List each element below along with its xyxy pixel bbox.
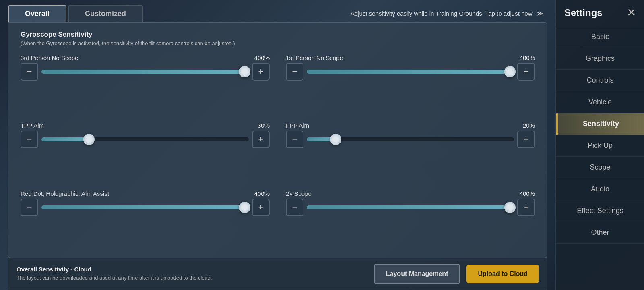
slider-minus-3rd-person-no-scope[interactable]: − bbox=[21, 63, 38, 81]
slider-minus-red-dot[interactable]: − bbox=[21, 199, 38, 216]
cloud-title: Overall Sensitivity - Cloud bbox=[17, 266, 366, 273]
sidebar-item-sensitivity[interactable]: Sensitivity bbox=[556, 113, 644, 135]
training-notice[interactable]: Adjust sensitivity easily while in Train… bbox=[351, 10, 547, 17]
slider-label-3rd-person-no-scope: 3rd Person No Scope bbox=[21, 54, 78, 61]
cloud-text: Overall Sensitivity - Cloud The layout c… bbox=[17, 266, 366, 282]
sidebar-item-vehicle[interactable]: Vehicle bbox=[556, 91, 644, 113]
slider-minus-1st-person-no-scope[interactable]: − bbox=[286, 63, 303, 81]
slider-label-fpp-aim: FPP Aim bbox=[286, 122, 309, 129]
slider-value-fpp-aim: 20% bbox=[523, 122, 535, 129]
slider-plus-2x-scope[interactable]: + bbox=[517, 199, 535, 216]
slider-thumb-2x-scope[interactable] bbox=[504, 202, 516, 213]
slider-group-3rd-person-no-scope: 3rd Person No Scope400%−+ bbox=[21, 54, 270, 114]
gyro-desc: (When the Gyroscope is activated, the se… bbox=[21, 40, 535, 46]
sidebar-item-other[interactable]: Other bbox=[556, 222, 644, 244]
slider-plus-tpp-aim[interactable]: + bbox=[252, 130, 270, 148]
slider-plus-3rd-person-no-scope[interactable]: + bbox=[252, 63, 270, 81]
main-content: Overall Customized Adjust sensitivity ea… bbox=[0, 0, 555, 290]
settings-panel: Gyroscope Sensitivity (When the Gyroscop… bbox=[8, 22, 547, 258]
slider-label-red-dot: Red Dot, Holographic, Aim Assist bbox=[21, 190, 109, 197]
slider-value-3rd-person-no-scope: 400% bbox=[254, 54, 270, 61]
bottom-bar: Overall Sensitivity - Cloud The layout c… bbox=[8, 258, 547, 290]
sidebar-item-basic[interactable]: Basic bbox=[556, 26, 644, 48]
slider-minus-tpp-aim[interactable]: − bbox=[21, 130, 38, 148]
sidebar: Settings ✕ BasicGraphicsControlsVehicleS… bbox=[555, 0, 644, 290]
sidebar-items: BasicGraphicsControlsVehicleSensitivityP… bbox=[556, 26, 644, 244]
sidebar-item-graphics[interactable]: Graphics bbox=[556, 48, 644, 70]
slider-track-2x-scope[interactable] bbox=[307, 199, 514, 216]
slider-thumb-3rd-person-no-scope[interactable] bbox=[239, 66, 250, 77]
slider-group-red-dot: Red Dot, Holographic, Aim Assist400%−+ bbox=[21, 190, 270, 250]
slider-plus-1st-person-no-scope[interactable]: + bbox=[517, 63, 535, 81]
slider-label-2x-scope: 2× Scope bbox=[286, 190, 312, 197]
slider-plus-red-dot[interactable]: + bbox=[252, 199, 270, 216]
slider-group-2x-scope: 2× Scope400%−+ bbox=[286, 190, 535, 250]
slider-label-tpp-aim: TPP Aim bbox=[21, 122, 44, 129]
upload-to-cloud-button[interactable]: Upload to Cloud bbox=[466, 265, 539, 283]
slider-track-1st-person-no-scope[interactable] bbox=[307, 63, 514, 81]
slider-group-fpp-aim: FPP Aim20%−+ bbox=[286, 122, 535, 182]
sidebar-item-audio[interactable]: Audio bbox=[556, 178, 644, 200]
slider-label-1st-person-no-scope: 1st Person No Scope bbox=[286, 54, 343, 61]
close-button[interactable]: ✕ bbox=[627, 7, 636, 19]
slider-value-2x-scope: 400% bbox=[520, 190, 535, 197]
slider-minus-2x-scope[interactable]: − bbox=[286, 199, 303, 216]
sidebar-item-pickup[interactable]: Pick Up bbox=[556, 135, 644, 157]
cloud-desc: The layout can be downloaded and used at… bbox=[17, 274, 366, 282]
tab-overall[interactable]: Overall bbox=[8, 5, 66, 22]
tab-customized[interactable]: Customized bbox=[68, 5, 143, 22]
slider-track-fpp-aim[interactable] bbox=[307, 130, 514, 148]
sliders-grid: 3rd Person No Scope400%−+1st Person No S… bbox=[21, 54, 535, 250]
slider-value-red-dot: 400% bbox=[254, 190, 270, 197]
slider-track-3rd-person-no-scope[interactable] bbox=[41, 63, 249, 81]
bottom-buttons: Layout Management Upload to Cloud bbox=[374, 264, 539, 284]
sidebar-item-effect-settings[interactable]: Effect Settings bbox=[556, 200, 644, 222]
slider-track-tpp-aim[interactable] bbox=[41, 130, 249, 148]
sidebar-item-controls[interactable]: Controls bbox=[556, 70, 644, 91]
arrow-icon: ≫ bbox=[537, 10, 543, 17]
slider-group-tpp-aim: TPP Aim30%−+ bbox=[21, 122, 270, 182]
slider-value-1st-person-no-scope: 400% bbox=[520, 54, 535, 61]
slider-thumb-red-dot[interactable] bbox=[239, 202, 250, 213]
slider-value-tpp-aim: 30% bbox=[258, 122, 270, 129]
slider-plus-fpp-aim[interactable]: + bbox=[517, 130, 535, 148]
slider-thumb-tpp-aim[interactable] bbox=[83, 134, 95, 145]
tabs-row: Overall Customized Adjust sensitivity ea… bbox=[0, 0, 555, 22]
sidebar-title: Settings bbox=[564, 7, 603, 19]
sidebar-item-scope[interactable]: Scope bbox=[556, 157, 644, 178]
slider-minus-fpp-aim[interactable]: − bbox=[286, 130, 303, 148]
slider-thumb-fpp-aim[interactable] bbox=[330, 134, 341, 145]
slider-group-1st-person-no-scope: 1st Person No Scope400%−+ bbox=[286, 54, 535, 114]
slider-thumb-1st-person-no-scope[interactable] bbox=[504, 66, 516, 77]
layout-management-button[interactable]: Layout Management bbox=[374, 264, 460, 284]
slider-track-red-dot[interactable] bbox=[41, 199, 249, 216]
sidebar-header: Settings ✕ bbox=[556, 0, 644, 26]
gyro-title: Gyroscope Sensitivity bbox=[21, 31, 535, 39]
